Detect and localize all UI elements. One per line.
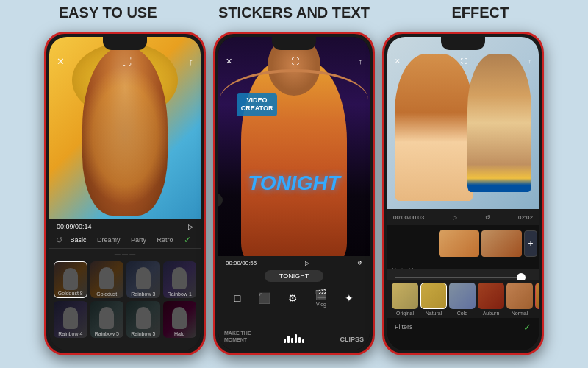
phone-icon[interactable]: ⬛ bbox=[258, 292, 270, 304]
share-icon[interactable]: ↑ bbox=[528, 57, 532, 65]
filter-label: Rainbow 4 bbox=[54, 331, 87, 336]
phone3-main-photo: ✕ ⛶ ↑ bbox=[387, 37, 539, 209]
filter-rainbow5b[interactable]: Rainbow 5 bbox=[126, 301, 160, 338]
filter-rainbow1[interactable]: Rainbow 1 bbox=[163, 261, 197, 298]
expand-icon[interactable]: ⛶ bbox=[122, 56, 132, 67]
filter-cold[interactable]: Cold bbox=[449, 283, 476, 316]
phone3-filter-row: Original Natural Cold Auburn bbox=[387, 280, 539, 318]
filter-rainbow5[interactable]: Rainbow 5 bbox=[90, 301, 124, 338]
tonight-pill[interactable]: TONIGHT bbox=[265, 270, 323, 282]
share-icon[interactable]: ↑ bbox=[189, 56, 194, 67]
filter-label: Halo bbox=[163, 331, 197, 336]
logo-text: MAKE THE MOMENT bbox=[224, 330, 251, 343]
filter-holiday[interactable]: Holiday bbox=[535, 283, 539, 316]
filter-swatch-natural[interactable] bbox=[420, 283, 447, 309]
time-display: 00:00/00:55 bbox=[226, 260, 257, 266]
tab-party[interactable]: Party bbox=[128, 235, 149, 245]
person2-graphic bbox=[467, 54, 531, 191]
filter-tabs[interactable]: ↺ Basic Dreamy Party Retro ✓ bbox=[49, 232, 201, 249]
share-icon[interactable]: ↑ bbox=[359, 57, 363, 66]
phone3-playback-bar: 00:00/00:03 ▷ ↺ 02:02 bbox=[387, 209, 539, 225]
filter-name: Normal bbox=[512, 311, 528, 316]
phone1-bottom-panel: 00:09/00:14 ▷ ↺ Basic Dreamy Party Retro… bbox=[49, 219, 201, 350]
close-icon[interactable]: ✕ bbox=[57, 56, 65, 67]
play-icon[interactable]: ▷ bbox=[305, 260, 309, 266]
tab-basic[interactable]: Basic bbox=[68, 235, 90, 245]
filter-swatch-original[interactable] bbox=[392, 283, 418, 309]
settings-icon[interactable]: ⚙ bbox=[288, 292, 298, 304]
filter-name: Cold bbox=[457, 311, 467, 316]
expand-icon[interactable]: ⛶ bbox=[461, 57, 467, 65]
tab-dreamy[interactable]: Dreamy bbox=[94, 235, 123, 245]
track-thumb-2[interactable] bbox=[481, 230, 522, 257]
title-effect: EFFECT bbox=[388, 4, 573, 21]
filter-name: Original bbox=[396, 311, 414, 316]
phone1-time-bar: 00:09/00:14 ▷ bbox=[49, 219, 201, 232]
filter-normal[interactable]: Normal bbox=[506, 283, 533, 316]
phone2-bottom-panel: 00:00/00:55 ▷ ↺ TONIGHT □ ⬛ ⚙ bbox=[218, 256, 370, 350]
filter-rainbow4[interactable]: Rainbow 4 bbox=[54, 301, 87, 338]
clipss-text: CLIPSS bbox=[340, 336, 364, 343]
filter-label: Rainbow 1 bbox=[163, 291, 197, 297]
timeline-track[interactable]: + bbox=[439, 229, 534, 258]
filter-halo[interactable]: Halo bbox=[163, 301, 197, 338]
phone3-timeline: Music video sound + bbox=[387, 225, 539, 269]
phone2-bottom-icons: □ ⬛ ⚙ 🎬 Vlog ✦ bbox=[218, 286, 370, 310]
effects-icon[interactable]: ✦ bbox=[345, 292, 354, 304]
filter-grid: Golddust 8 Golddust Rainbow 3 Rainbow 1 … bbox=[49, 258, 201, 341]
girl-figure bbox=[241, 60, 347, 263]
filter-back-icon[interactable]: ↺ bbox=[56, 236, 62, 245]
filter-golddust[interactable]: Golddust bbox=[90, 261, 124, 298]
filter-label: Rainbow 5 bbox=[90, 331, 124, 336]
phone2-time-bar: 00:00/00:55 ▷ ↺ bbox=[218, 256, 370, 270]
phone-effect: ✕ ⛶ ↑ 00:00/00:03 ▷ ↺ 02:02 Music video … bbox=[382, 32, 544, 355]
phone3-notch bbox=[441, 37, 485, 50]
filter-swatch-normal[interactable] bbox=[506, 283, 533, 309]
filter-auburn[interactable]: Auburn bbox=[478, 283, 504, 316]
filter-rainbow3[interactable]: Rainbow 3 bbox=[126, 261, 160, 298]
phone2-top-bar: ✕ ⛶ ↑ bbox=[218, 53, 370, 69]
undo-icon[interactable]: ↺ bbox=[485, 214, 490, 221]
tab-retro[interactable]: Retro bbox=[154, 235, 176, 245]
woman-graphic bbox=[82, 46, 167, 216]
title-stickers-and-text: STICKERS AND TEXT bbox=[202, 4, 387, 21]
filter-swatch-auburn[interactable] bbox=[478, 283, 504, 309]
filter-natural[interactable]: Natural bbox=[420, 283, 447, 316]
waveform bbox=[284, 334, 304, 343]
tonight-text[interactable]: TONIGHT bbox=[226, 171, 362, 195]
filter-swatch-holiday[interactable] bbox=[535, 283, 539, 309]
phone3-screen: ✕ ⛶ ↑ 00:00/00:03 ▷ ↺ 02:02 Music video … bbox=[387, 37, 539, 350]
vlog-icon[interactable]: 🎬 Vlog bbox=[315, 289, 327, 307]
undo-icon[interactable]: ↺ bbox=[357, 260, 362, 266]
phone2-inner: VIDEO CREATOR TONIGHT ✕ ⛶ ↑ ✕ 00:00/00:5… bbox=[218, 37, 370, 350]
phone1-top-bar: ✕ ⛶ ↑ bbox=[49, 53, 201, 69]
time-end: 02:02 bbox=[518, 214, 533, 221]
slider-line[interactable] bbox=[395, 277, 526, 278]
close-icon[interactable]: ✕ bbox=[226, 57, 232, 66]
expand-icon[interactable]: ⛶ bbox=[291, 57, 299, 66]
filter-label: Golddust 8 bbox=[54, 291, 87, 296]
phone3-filter-label-bar: Filters ✓ bbox=[387, 318, 539, 336]
check-icon[interactable]: ✓ bbox=[523, 322, 531, 333]
filter-name: Natural bbox=[426, 311, 442, 316]
close-icon[interactable]: ✕ bbox=[395, 57, 401, 65]
vlog-label: Vlog bbox=[315, 302, 327, 307]
filter-original[interactable]: Original bbox=[392, 283, 418, 316]
phone2-notch bbox=[272, 37, 316, 50]
time-start: 00:00/00:03 bbox=[393, 214, 424, 221]
track-add-button[interactable]: + bbox=[524, 230, 537, 257]
phone1-main-image: ✕ ⛶ ↑ bbox=[49, 37, 201, 225]
square-icon[interactable]: □ bbox=[234, 292, 240, 304]
track-thumb-1[interactable] bbox=[439, 230, 479, 257]
filter-golddust8[interactable]: Golddust 8 bbox=[54, 261, 87, 298]
filter-swatch-cold[interactable] bbox=[449, 283, 476, 309]
sticker-box[interactable]: VIDEO CREATOR bbox=[237, 93, 278, 116]
play-icon[interactable]: ▷ bbox=[188, 223, 193, 230]
filter-label: Rainbow 3 bbox=[126, 291, 160, 297]
play-icon[interactable]: ▷ bbox=[453, 214, 457, 221]
check-icon[interactable]: ✓ bbox=[181, 233, 194, 247]
filter-dots: — — — bbox=[49, 249, 201, 258]
filter-label: Rainbow 5 bbox=[126, 331, 160, 336]
phone1-notch bbox=[103, 37, 147, 50]
filter-label: Golddust bbox=[90, 291, 124, 297]
